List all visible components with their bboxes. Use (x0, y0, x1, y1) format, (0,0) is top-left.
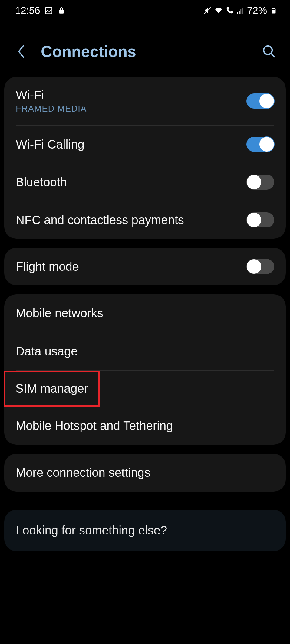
footer-row: Looking for something else? (4, 510, 286, 551)
wifi-toggle[interactable] (246, 93, 274, 109)
status-right: 72% (203, 5, 278, 16)
row-title: Wi-Fi (16, 88, 232, 102)
setting-row-wifi[interactable]: Wi-Fi FRAMED MEDIA (4, 77, 286, 125)
flight-mode-toggle[interactable] (246, 259, 274, 274)
row-content: Wi-Fi Calling (16, 138, 232, 151)
status-left: 12:56 (15, 5, 66, 16)
status-bar: 12:56 72% (0, 0, 290, 21)
svg-rect-5 (240, 9, 241, 14)
row-content: Wi-Fi FRAMED MEDIA (16, 88, 232, 114)
back-button[interactable] (17, 44, 26, 59)
settings-card: Wi-Fi FRAMED MEDIA Wi-Fi Calling Bluetoo… (4, 77, 286, 239)
setting-row-nfc[interactable]: NFC and contactless payments (4, 201, 286, 239)
setting-row-bluetooth[interactable]: Bluetooth (4, 163, 286, 201)
row-content: NFC and contactless payments (16, 213, 232, 227)
footer-card[interactable]: Looking for something else? (4, 510, 286, 551)
setting-row-sim-manager[interactable]: SIM manager (4, 371, 100, 407)
wifi-calling-icon (225, 6, 234, 15)
vertical-divider (238, 174, 238, 190)
setting-row-wifi-calling[interactable]: Wi-Fi Calling (4, 126, 286, 163)
svg-line-11 (271, 53, 275, 57)
row-content: Flight mode (16, 260, 232, 273)
battery-icon (269, 6, 278, 15)
svg-rect-4 (239, 11, 240, 14)
svg-rect-0 (45, 8, 52, 14)
row-title: Mobile networks (16, 306, 274, 320)
row-title: NFC and contactless payments (16, 213, 232, 227)
bluetooth-toggle[interactable] (246, 175, 274, 190)
setting-row-flight-mode[interactable]: Flight mode (4, 248, 286, 285)
setting-row-data-usage[interactable]: Data usage (4, 332, 286, 370)
image-icon (44, 6, 53, 15)
row-title: SIM manager (15, 382, 88, 395)
svg-rect-3 (237, 12, 238, 14)
row-content: More connection settings (16, 466, 274, 479)
row-content: Data usage (16, 345, 274, 358)
svg-rect-6 (242, 8, 243, 14)
row-content: Mobile networks (16, 306, 274, 320)
page-header: Connections (0, 21, 290, 73)
row-title: Flight mode (16, 260, 232, 273)
settings-card: Mobile networks Data usage SIM manager M… (4, 294, 286, 445)
nfc-toggle[interactable] (246, 212, 274, 227)
row-title: Wi-Fi Calling (16, 138, 232, 151)
row-title: Data usage (16, 345, 274, 358)
row-subtitle: FRAMED MEDIA (16, 104, 232, 114)
row-content: Bluetooth (16, 175, 232, 189)
page-title: Connections (41, 42, 247, 60)
svg-rect-9 (273, 8, 275, 8)
svg-rect-8 (272, 10, 275, 13)
vertical-divider (238, 212, 238, 228)
lock-icon (57, 6, 66, 15)
settings-card: More connection settings (4, 454, 286, 492)
vertical-divider (238, 93, 238, 109)
row-title: More connection settings (16, 466, 274, 479)
signal-icon (236, 6, 245, 15)
search-button[interactable] (262, 44, 276, 59)
vertical-divider (238, 136, 238, 152)
mute-vibrate-icon (203, 6, 212, 15)
setting-row-hotspot[interactable]: Mobile Hotspot and Tethering (4, 407, 286, 445)
row-content: SIM manager (15, 382, 88, 395)
settings-card: Flight mode (4, 248, 286, 285)
setting-row-more-connection[interactable]: More connection settings (4, 454, 286, 492)
row-title: Bluetooth (16, 175, 232, 189)
svg-rect-1 (59, 10, 64, 14)
vertical-divider (238, 259, 238, 274)
row-content: Mobile Hotspot and Tethering (16, 419, 274, 433)
status-time: 12:56 (15, 5, 40, 16)
row-title: Mobile Hotspot and Tethering (16, 419, 274, 433)
wifi-icon (214, 6, 223, 15)
wifi-calling-toggle[interactable] (246, 137, 274, 152)
setting-row-mobile-networks[interactable]: Mobile networks (4, 294, 286, 332)
footer-text: Looking for something else? (16, 524, 167, 537)
battery-percentage: 72% (247, 5, 267, 16)
